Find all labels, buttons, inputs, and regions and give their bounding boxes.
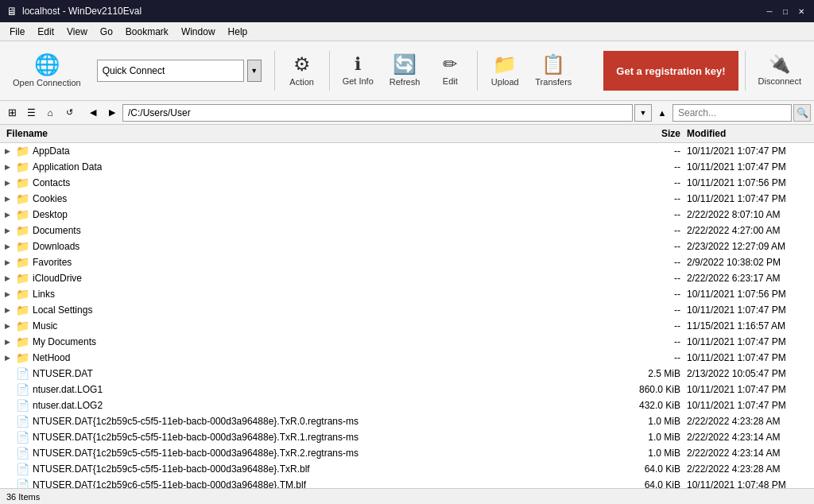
file-modified-cell: 2/9/2022 10:38:02 PM <box>684 256 811 269</box>
addr-home-btn[interactable]: ⌂ <box>41 104 59 122</box>
expand-arrow: ▶ <box>5 354 13 362</box>
edit-button[interactable]: ✏ Edit <box>429 45 471 97</box>
file-icon: 📄 <box>16 367 29 380</box>
addr-forward-btn[interactable]: ▶ <box>103 104 121 122</box>
addr-up-btn[interactable]: ▲ <box>653 104 671 122</box>
addr-grid-view-btn[interactable]: ⊞ <box>3 104 21 122</box>
file-list-header: Filename Size Modified <box>0 125 814 143</box>
menu-edit[interactable]: Edit <box>31 25 60 39</box>
file-name-cell: ▶ 📁 Cookies <box>3 192 620 206</box>
menu-view[interactable]: View <box>60 25 94 39</box>
disconnect-button[interactable]: 🔌 Disconnect <box>752 45 808 97</box>
addr-back-btn[interactable]: ◀ <box>84 104 102 122</box>
transfers-button[interactable]: 📋 Transfers <box>529 45 578 97</box>
file-size-cell: 432.0 KiB <box>620 399 684 412</box>
file-name-cell: ▶ 📁 My Documents <box>3 335 620 349</box>
table-row[interactable]: ▶ 📁 Application Data -- 10/11/2021 1:07:… <box>0 159 814 175</box>
menu-help[interactable]: Help <box>222 25 254 39</box>
table-row[interactable]: ▶ 📄 NTUSER.DAT{1c2b59c6-c5f5-11eb-bacb-0… <box>0 477 814 488</box>
quick-connect-dropdown[interactable]: ▼ <box>247 60 262 82</box>
registration-key-button[interactable]: Get a registration key! <box>603 51 738 91</box>
file-name-cell: ▶ 📄 ntuser.dat.LOG1 <box>3 382 620 397</box>
file-name-cell: ▶ 📁 NetHood <box>3 351 620 365</box>
expand-arrow: ▶ <box>5 306 13 314</box>
table-row[interactable]: ▶ 📄 NTUSER.DAT{1c2b59c5-c5f5-11eb-bacb-0… <box>0 413 814 429</box>
file-modified-cell: 2/22/2022 6:23:17 AM <box>684 272 811 285</box>
table-row[interactable]: ▶ 📁 NetHood -- 10/11/2021 1:07:47 PM <box>0 350 814 366</box>
file-size-cell: 1.0 MiB <box>620 447 684 459</box>
maximize-button[interactable]: □ <box>779 5 792 17</box>
column-header-size[interactable]: Size <box>620 126 684 141</box>
expand-arrow: ▶ <box>5 274 13 282</box>
file-size-cell: -- <box>620 351 684 364</box>
table-row[interactable]: ▶ 📁 Downloads -- 2/23/2022 12:27:09 AM <box>0 238 814 254</box>
file-name-text: Links <box>33 289 55 300</box>
disconnect-icon: 🔌 <box>769 56 790 73</box>
table-row[interactable]: ▶ 📄 NTUSER.DAT{1c2b59c5-c5f5-11eb-bacb-0… <box>0 461 814 477</box>
table-row[interactable]: ▶ 📁 AppData -- 10/11/2021 1:07:47 PM <box>0 143 814 159</box>
folder-icon: 📁 <box>16 192 29 205</box>
expand-arrow: ▶ <box>5 322 13 330</box>
refresh-button[interactable]: 🔄 Refresh <box>383 45 427 97</box>
table-row[interactable]: ▶ 📄 NTUSER.DAT 2.5 MiB 2/13/2022 10:05:4… <box>0 366 814 382</box>
table-row[interactable]: ▶ 📁 Music -- 11/15/2021 1:16:57 AM <box>0 318 814 334</box>
table-row[interactable]: ▶ 📄 NTUSER.DAT{1c2b59c5-c5f5-11eb-bacb-0… <box>0 429 814 445</box>
file-icon: 📄 <box>16 479 29 488</box>
table-row[interactable]: ▶ 📁 My Documents -- 10/11/2021 1:07:47 P… <box>0 334 814 350</box>
upload-button[interactable]: 📁 Upload <box>484 45 525 97</box>
menu-file[interactable]: File <box>3 25 31 39</box>
file-name-text: Desktop <box>33 209 68 220</box>
menu-bookmark[interactable]: Bookmark <box>119 25 175 39</box>
file-name-text: Downloads <box>33 241 79 252</box>
get-info-button[interactable]: ℹ Get Info <box>336 45 380 97</box>
file-modified-cell: 2/22/2022 4:23:14 AM <box>684 431 811 444</box>
upload-label: Upload <box>491 77 519 87</box>
addr-list-view-btn[interactable]: ☰ <box>22 104 40 122</box>
file-size-cell: -- <box>620 288 684 300</box>
toolbar: 🌐 Open Connection ▼ ⚙ Action ℹ Get Info … <box>0 41 814 101</box>
file-modified-cell: 10/11/2021 1:07:47 PM <box>684 192 811 205</box>
upload-icon: 📁 <box>493 55 517 74</box>
expand-arrow: ▶ <box>5 195 13 203</box>
table-row[interactable]: ▶ 📁 iCloudDrive -- 2/22/2022 6:23:17 AM <box>0 270 814 286</box>
file-rows: ▶ 📁 AppData -- 10/11/2021 1:07:47 PM ▶ 📁… <box>0 143 814 488</box>
expand-arrow: ▶ <box>5 227 13 235</box>
file-name-cell: ▶ 📁 Desktop <box>3 207 620 222</box>
search-go-button[interactable]: 🔍 <box>793 104 811 122</box>
search-input[interactable] <box>673 104 792 122</box>
table-row[interactable]: ▶ 📄 ntuser.dat.LOG2 432.0 KiB 10/11/2021… <box>0 397 814 413</box>
file-modified-cell: 2/13/2022 10:05:47 PM <box>684 367 811 380</box>
addr-path-dropdown[interactable]: ▼ <box>634 104 652 122</box>
table-row[interactable]: ▶ 📄 NTUSER.DAT{1c2b59c5-c5f5-11eb-bacb-0… <box>0 445 814 461</box>
open-connection-button[interactable]: 🌐 Open Connection <box>6 45 87 97</box>
app-icon: 🖥 <box>6 5 17 17</box>
column-header-modified[interactable]: Modified <box>684 126 811 141</box>
table-row[interactable]: ▶ 📁 Desktop -- 2/22/2022 8:07:10 AM <box>0 207 814 223</box>
table-row[interactable]: ▶ 📁 Local Settings -- 10/11/2021 1:07:47… <box>0 302 814 318</box>
path-input[interactable] <box>122 104 633 122</box>
file-name-cell: ▶ 📄 NTUSER.DAT <box>3 366 620 381</box>
addr-refresh-btn[interactable]: ↺ <box>60 104 78 122</box>
file-size-cell: -- <box>620 272 684 285</box>
table-row[interactable]: ▶ 📁 Documents -- 2/22/2022 4:27:00 AM <box>0 223 814 238</box>
table-row[interactable]: ▶ 📁 Contacts -- 10/11/2021 1:07:56 PM <box>0 175 814 191</box>
close-button[interactable]: ✕ <box>795 5 808 17</box>
file-name-cell: ▶ 📁 Downloads <box>3 239 620 254</box>
menu-go[interactable]: Go <box>94 25 119 39</box>
quick-connect-input[interactable] <box>97 60 244 82</box>
table-row[interactable]: ▶ 📁 Cookies -- 10/11/2021 1:07:47 PM <box>0 191 814 207</box>
file-size-cell: 860.0 KiB <box>620 383 684 396</box>
file-size-cell: -- <box>620 240 684 253</box>
transfers-label: Transfers <box>535 77 572 87</box>
table-row[interactable]: ▶ 📁 Links -- 10/11/2021 1:07:56 PM <box>0 286 814 302</box>
file-name-text: NTUSER.DAT <box>33 368 93 379</box>
expand-arrow: ▶ <box>5 179 13 187</box>
menu-window[interactable]: Window <box>175 25 222 39</box>
column-header-filename[interactable]: Filename <box>3 126 620 141</box>
table-row[interactable]: ▶ 📁 Favorites -- 2/9/2022 10:38:02 PM <box>0 254 814 270</box>
table-row[interactable]: ▶ 📄 ntuser.dat.LOG1 860.0 KiB 10/11/2021… <box>0 382 814 397</box>
minimize-button[interactable]: ─ <box>763 5 776 17</box>
file-name-cell: ▶ 📄 NTUSER.DAT{1c2b59c5-c5f5-11eb-bacb-0… <box>3 462 620 476</box>
folder-icon: 📁 <box>16 145 29 157</box>
action-button[interactable]: ⚙ Action <box>281 45 323 97</box>
